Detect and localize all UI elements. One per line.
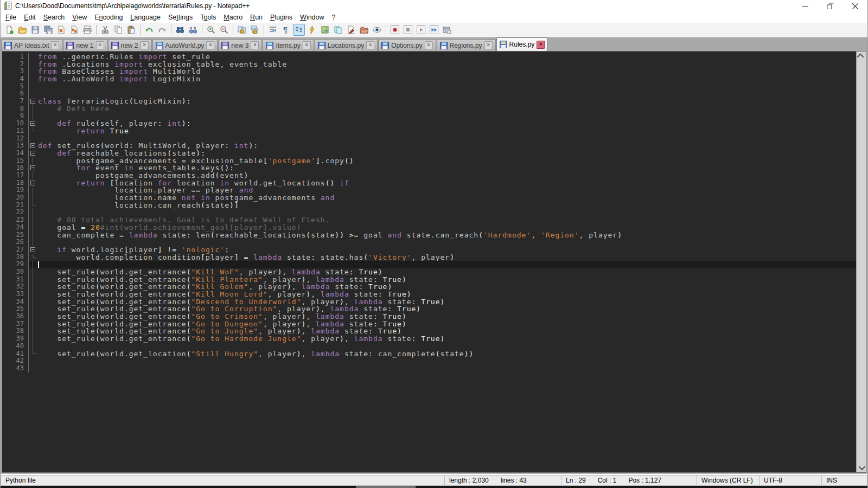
fold-collapse-marker[interactable] xyxy=(28,246,38,254)
close-document-icon[interactable] xyxy=(55,24,67,36)
code-line[interactable]: 7class TerrariaLogic(LogicMixin): xyxy=(2,98,856,105)
save-all-icon[interactable] xyxy=(42,24,54,36)
menu-item-edit[interactable]: Edit xyxy=(20,12,40,22)
tab-close-icon[interactable]: × xyxy=(51,41,59,49)
code-line[interactable]: 15 postgame_advancements = exclusion_tab… xyxy=(2,157,856,165)
undo-icon[interactable] xyxy=(143,24,155,36)
code-line[interactable]: 3from BaseClasses import MultiWorld xyxy=(2,68,856,75)
code-line[interactable]: 1from ..generic.Rules import set_rule xyxy=(2,53,856,61)
menu-item-tools[interactable]: Tools xyxy=(196,12,220,22)
tab-items.py[interactable]: Items.py× xyxy=(263,39,314,51)
new-document-icon[interactable] xyxy=(3,24,15,36)
document-list-icon[interactable] xyxy=(332,24,344,36)
tab-options.py[interactable]: Options.py× xyxy=(378,39,436,51)
vertical-scrollbar[interactable] xyxy=(856,52,866,472)
fold-collapse-marker[interactable] xyxy=(28,120,38,127)
tab-close-icon[interactable]: × xyxy=(141,41,149,49)
code-line[interactable]: 35 set_rule(world.get_entrance("Go to Co… xyxy=(2,305,856,313)
tab-close-icon[interactable]: × xyxy=(96,41,104,49)
menu-item-?[interactable]: ? xyxy=(328,12,340,22)
word-wrap-icon[interactable] xyxy=(267,24,279,36)
code-line[interactable]: 19 location.player == player and xyxy=(2,187,856,194)
menu-item-view[interactable]: View xyxy=(68,12,91,22)
tab-close-icon[interactable]: × xyxy=(206,41,214,49)
menu-item-plugins[interactable]: Plugins xyxy=(266,12,296,22)
document-map-icon[interactable] xyxy=(319,24,331,36)
tab-rules.py[interactable]: Rules.py× xyxy=(496,37,548,51)
zoom-out-icon[interactable] xyxy=(218,24,230,36)
monitoring-eye-icon[interactable] xyxy=(371,24,383,36)
restore-button[interactable] xyxy=(818,0,843,12)
code-line[interactable]: 21 location.can_reach(state)] xyxy=(2,202,856,209)
code-line[interactable]: 22 xyxy=(2,209,856,216)
menu-item-run[interactable]: Run xyxy=(246,12,266,22)
scroll-up-button[interactable] xyxy=(857,52,866,61)
code-line[interactable]: 31 set_rule(world.get_entrance("Kill Pla… xyxy=(2,276,856,284)
show-all-characters-icon[interactable]: ¶ xyxy=(280,24,292,36)
code-line[interactable]: 27 if world.logic[player] != 'nologic': xyxy=(2,246,856,254)
code-line[interactable]: 40 xyxy=(2,343,856,350)
code-line[interactable]: 30 set_rule(world.get_entrance("Kill WoF… xyxy=(2,268,856,276)
tab-close-icon[interactable]: × xyxy=(366,41,374,49)
tab-locations.py[interactable]: Locations.py× xyxy=(315,39,378,51)
code-line[interactable]: 24 goal = 20#int(world.achievement_goal[… xyxy=(2,224,856,232)
find-icon[interactable] xyxy=(174,24,186,36)
menu-item-search[interactable]: Search xyxy=(40,12,69,22)
code-line[interactable]: 17 postgame_advancements.add(event) xyxy=(2,172,856,179)
code-line[interactable]: 9 xyxy=(2,113,856,120)
code-line[interactable]: 14 def reachable_locations(state): xyxy=(2,150,856,157)
menu-item-language[interactable]: Language xyxy=(126,12,164,22)
redo-icon[interactable] xyxy=(156,24,168,36)
code-line[interactable]: 26 xyxy=(2,239,856,246)
code-line[interactable]: 41 set_rule(world.get_location("Still Hu… xyxy=(2,350,856,358)
open-folder-icon[interactable] xyxy=(16,24,28,36)
tab-close-icon[interactable]: × xyxy=(484,41,493,49)
code-line[interactable]: 38 set_rule(world.get_entrance("Go to Ju… xyxy=(2,328,856,335)
menu-item-encoding[interactable]: Encoding xyxy=(91,12,126,22)
tab-close-icon[interactable]: × xyxy=(251,41,259,49)
code-line[interactable]: 29 xyxy=(2,261,856,268)
macro-play-icon[interactable] xyxy=(415,24,427,36)
code-line[interactable]: 39 set_rule(world.get_entrance("Go to Ha… xyxy=(2,335,856,343)
macro-run-multiple-icon[interactable] xyxy=(428,24,440,36)
fold-collapse-marker[interactable] xyxy=(28,142,38,150)
code-pane[interactable]: 1from ..generic.Rules import set_rule2fr… xyxy=(2,52,856,472)
code-line[interactable]: 8 # Defs here xyxy=(2,105,856,113)
menu-item-macro[interactable]: Macro xyxy=(220,12,246,22)
code-line[interactable]: 20 location.name not in postgame_advance… xyxy=(2,194,856,202)
close-all-icon[interactable] xyxy=(68,24,80,36)
macro-save-icon[interactable] xyxy=(441,24,453,36)
tab-close-icon[interactable]: × xyxy=(537,41,545,49)
code-line[interactable]: 36 set_rule(world.get_entrance("Go to Cr… xyxy=(2,313,856,320)
close-button[interactable] xyxy=(843,0,867,12)
code-line[interactable]: 12 xyxy=(2,135,856,143)
replace-icon[interactable]: ab xyxy=(187,24,199,36)
code-line[interactable]: 37 set_rule(world.get_entrance("Go to Du… xyxy=(2,320,856,328)
code-line[interactable]: 13def set_rules(world: MultiWorld, playe… xyxy=(2,142,856,150)
cut-icon[interactable] xyxy=(99,24,111,36)
code-line[interactable]: 43 xyxy=(2,365,856,373)
code-line[interactable]: 23 # 88 total achievements. Goal is to d… xyxy=(2,216,856,224)
macro-stop-icon[interactable] xyxy=(402,24,414,36)
code-line[interactable]: 4from ..AutoWorld import LogicMixin xyxy=(2,75,856,83)
code-line[interactable]: 11 return True xyxy=(2,127,856,135)
tab-new-2[interactable]: new 2× xyxy=(108,39,152,51)
code-line[interactable]: 10 def rule(self, player: int): xyxy=(2,120,856,127)
edit-marker-icon[interactable] xyxy=(345,24,357,36)
tab-autoworld.py[interactable]: AutoWorld.py× xyxy=(152,39,218,51)
scroll-down-button[interactable] xyxy=(857,463,866,472)
sync-vertical-icon[interactable] xyxy=(236,24,248,36)
code-line[interactable]: 2from .Locations import exclusion_table,… xyxy=(2,61,856,68)
code-line[interactable]: 16 for event in events_table.keys(): xyxy=(2,164,856,172)
code-line[interactable]: 28 world.completion_condition[player] = … xyxy=(2,254,856,261)
tab-regions.py[interactable]: Regions.py× xyxy=(437,39,496,51)
code-line[interactable]: 34 set_rule(world.get_entrance("Descend … xyxy=(2,298,856,306)
indent-guide-icon[interactable] xyxy=(293,24,305,36)
copy-icon[interactable] xyxy=(112,24,124,36)
fold-collapse-marker[interactable] xyxy=(28,164,38,172)
tab-close-icon[interactable]: × xyxy=(425,41,433,49)
minimize-button[interactable] xyxy=(793,0,818,12)
code-line[interactable]: 42 xyxy=(2,357,856,365)
fold-collapse-marker[interactable] xyxy=(28,150,38,157)
code-line[interactable]: 32 set_rule(world.get_entrance("Kill Gol… xyxy=(2,283,856,291)
